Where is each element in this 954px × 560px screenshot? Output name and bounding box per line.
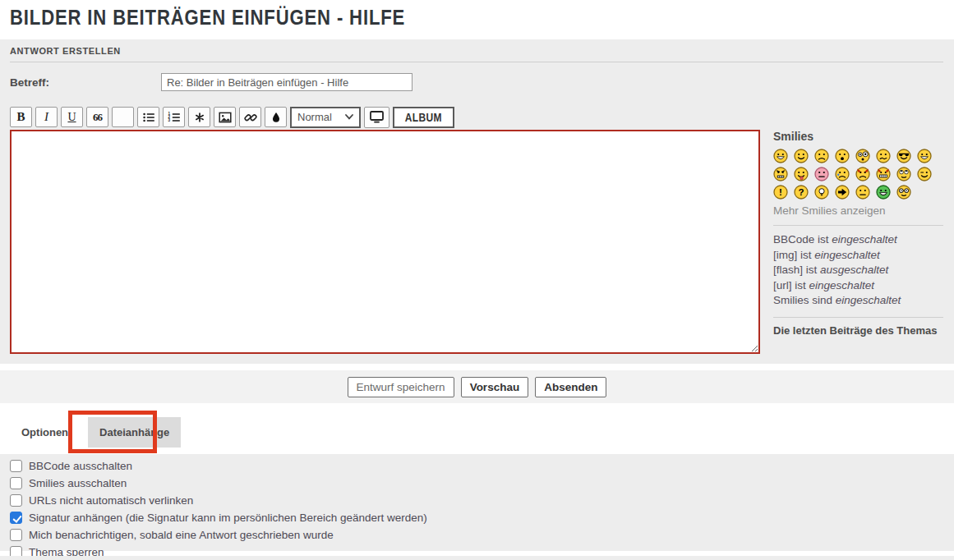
submit-button-band: Entwurf speichern Vorschau Absenden (0, 370, 954, 403)
options-panel: BBCode ausschaltenSmilies ausschaltenURL… (0, 454, 954, 551)
smilies-grid: !? (773, 147, 943, 201)
option-label-1: BBCode ausschalten (29, 460, 132, 472)
list-item-icon (194, 112, 205, 123)
preview-button[interactable]: Vorschau (461, 377, 529, 397)
font-size-selected: Normal (297, 111, 332, 123)
option-checkbox-4[interactable] (10, 512, 22, 524)
font-color-icon (270, 111, 282, 123)
editor-sidebar: Smilies !? Mehr Smilies anzeigen BBCode … (773, 130, 943, 354)
subject-label: Betreff: (10, 76, 161, 89)
smiley-:)[interactable] (794, 147, 814, 165)
image-icon (219, 111, 232, 124)
option-checkbox-2[interactable] (10, 477, 22, 489)
tab-dateianhaenge[interactable]: Dateianhänge (88, 417, 181, 448)
option-checkbox-1[interactable] (10, 460, 22, 472)
smilies-title: Smilies (773, 130, 943, 143)
subject-row: Betreff: (10, 73, 954, 91)
option-checkbox-3[interactable] (10, 494, 22, 507)
bottom-divider-strip (0, 556, 954, 560)
smiley-:oops:[interactable] (814, 165, 835, 183)
smiley-:geek:[interactable] (896, 183, 917, 201)
smiley-:cry:[interactable] (835, 165, 855, 183)
format-toolbar: BIU66123 Normal ALBUM (10, 107, 954, 127)
option-row-5: Mich benachrichtigen, sobald eine Antwor… (10, 526, 954, 544)
subject-input[interactable] (161, 73, 412, 91)
quote-button[interactable]: 66 (86, 107, 108, 127)
list-ordered-button[interactable]: 123 (163, 107, 185, 127)
svg-text:?: ? (798, 187, 804, 197)
smiley-8-)[interactable] (896, 147, 917, 165)
smiley-:P[interactable] (794, 165, 814, 183)
smiley-:x[interactable] (773, 165, 794, 183)
submit-button[interactable]: Absenden (535, 377, 606, 397)
sidebar-divider (773, 225, 943, 226)
underline-button[interactable]: U (61, 107, 83, 127)
smiley-:wink:[interactable] (917, 165, 938, 183)
font-size-select[interactable]: Normal (290, 107, 361, 128)
smiley-:mrgreen:[interactable] (876, 183, 896, 201)
fullscreen-button[interactable] (364, 107, 389, 128)
bbcode-status-line: [url] ist eingeschaltet (773, 278, 943, 294)
smiley-:arrow:[interactable] (835, 183, 855, 201)
smiley-:twisted:[interactable] (876, 165, 896, 183)
image-button[interactable] (214, 107, 236, 127)
sidebar-divider (773, 317, 943, 318)
chevron-down-icon (345, 114, 353, 120)
smiley-:([interactable] (814, 147, 835, 165)
smiley-:idea:[interactable] (814, 183, 835, 201)
more-smilies-link[interactable]: Mehr Smilies anzeigen (773, 204, 943, 217)
bbcode-status-line: BBCode ist eingeschaltet (773, 232, 943, 248)
album-button-label: ALBUM (405, 110, 442, 124)
list-bullet-button[interactable] (137, 107, 159, 127)
italic-button[interactable]: I (35, 107, 58, 127)
smiley-:lol:[interactable] (917, 147, 938, 165)
smiley-:?[interactable] (876, 147, 896, 165)
smiley-:evil:[interactable] (855, 165, 876, 183)
bold-button[interactable]: B (10, 107, 32, 127)
option-label-2: Smilies ausschalten (29, 477, 127, 489)
list-ordered-icon: 123 (168, 111, 181, 124)
smiley-:shock:[interactable] (855, 147, 876, 165)
svg-text:!: ! (779, 187, 782, 197)
svg-text:3: 3 (168, 118, 170, 122)
bbcode-status-list: BBCode ist eingeschaltet[img] ist einges… (773, 232, 943, 309)
album-button[interactable]: ALBUM (393, 107, 454, 128)
smiley-:o[interactable] (835, 147, 855, 165)
tab-optionen[interactable]: Optionen (10, 417, 80, 448)
options-tabs: Optionen Dateianhänge (10, 417, 181, 448)
save-draft-button[interactable]: Entwurf speichern (348, 377, 454, 397)
option-row-1: BBCode ausschalten (10, 457, 954, 475)
editor-row: Smilies !? Mehr Smilies anzeigen BBCode … (10, 130, 954, 354)
reply-form-section: ANTWORT ERSTELLEN Betreff: BIU66123 Norm… (0, 39, 954, 364)
option-row-2: Smilies ausschalten (10, 475, 954, 492)
option-label-3: URLs nicht automatisch verlinken (29, 494, 193, 507)
post-reply-page: BILDER IN BEITRÄGEN EINFÜGEN - HILFE ANT… (0, 0, 954, 560)
smiley-:?:[interactable]: ? (794, 183, 814, 201)
page-title: BILDER IN BEITRÄGEN EINFÜGEN - HILFE (10, 5, 405, 30)
smiley-:D[interactable] (773, 147, 794, 165)
bbcode-status-line: [img] ist eingeschaltet (773, 248, 943, 264)
code-button[interactable] (112, 107, 134, 127)
option-row-4: Signatur anhängen (die Signatur kann im … (10, 509, 954, 526)
link-icon (244, 111, 257, 124)
font-color-button[interactable] (265, 107, 287, 127)
option-label-4: Signatur anhängen (die Signatur kann im … (29, 512, 427, 524)
last-posts-heading: Die letzten Beiträge des Themas (773, 324, 943, 337)
monitor-icon (370, 111, 384, 123)
smiley-:|[interactable] (855, 183, 876, 201)
option-label-5: Mich benachrichtigen, sobald eine Antwor… (29, 529, 334, 541)
bbcode-status-line: Smilies sind eingeschaltet (773, 293, 943, 309)
option-row-3: URLs nicht automatisch verlinken (10, 492, 954, 509)
smiley-:!:[interactable]: ! (773, 183, 794, 201)
message-textarea[interactable] (10, 130, 760, 354)
list-item-button[interactable] (188, 107, 210, 127)
list-bullet-icon (142, 111, 155, 124)
link-button[interactable] (239, 107, 261, 127)
option-checkbox-5[interactable] (10, 529, 22, 541)
section-header: ANTWORT ERSTELLEN (10, 39, 943, 62)
bbcode-status-line: [flash] ist ausgeschaltet (773, 263, 943, 278)
smiley-:roll:[interactable] (896, 165, 917, 183)
